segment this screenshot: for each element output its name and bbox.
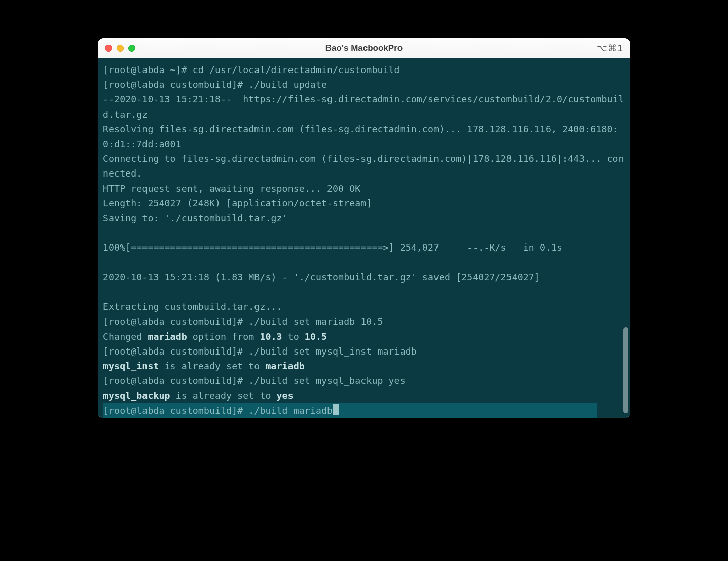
terminal-text: Length: 254027 (248K) [application/octet…: [103, 198, 372, 208]
terminal-text: is already set to: [170, 390, 277, 401]
close-button[interactable]: [105, 45, 112, 52]
terminal-line: HTTP request sent, awaiting response... …: [103, 181, 625, 196]
terminal-line: [root@labda custombuild]# ./build set my…: [103, 373, 625, 388]
terminal-line: [root@labda custombuild]# ./build set ma…: [103, 314, 625, 329]
terminal-line: [103, 285, 625, 299]
terminal-text: Extracting custombuild.tar.gz...: [103, 301, 282, 312]
terminal-text: [root@labda custombuild]# ./build update: [103, 79, 327, 90]
terminal-line: Resolving files-sg.directadmin.com (file…: [103, 122, 625, 151]
terminal-text: [root@labda custombuild]# ./build set ma…: [103, 316, 383, 327]
cursor-icon: [333, 404, 339, 415]
terminal-line: mysql_inst is already set to mariadb: [103, 359, 625, 373]
terminal-text: [root@labda custombuild]# ./build set my…: [103, 346, 417, 357]
terminal-text: Changed: [103, 331, 148, 342]
terminal-text: is already set to: [159, 361, 266, 371]
terminal-line: Saving to: './custombuild.tar.gz': [103, 211, 625, 225]
terminal-line: Extracting custombuild.tar.gz...: [103, 299, 625, 314]
terminal-line: Connecting to files-sg.directadmin.com (…: [103, 151, 625, 181]
terminal-text: [103, 227, 108, 238]
terminal-line: 2020-10-13 15:21:18 (1.83 MB/s) - './cus…: [103, 270, 625, 285]
terminal-text: [root@labda custombuild]# ./build set my…: [103, 375, 406, 386]
terminal-text: --2020-10-13 15:21:18-- https://files-sg…: [103, 94, 624, 119]
terminal-line: [root@labda ~]# cd /usr/local/directadmi…: [103, 62, 625, 77]
terminal-line: [root@labda custombuild]# ./build update: [103, 77, 625, 92]
terminal-line: [root@labda custombuild]# ./build set my…: [103, 344, 625, 359]
terminal-text-bold: mariadb: [148, 331, 187, 342]
maximize-button[interactable]: [128, 45, 135, 52]
terminal-text: option from: [187, 331, 260, 342]
terminal-text: Resolving files-sg.directadmin.com (file…: [103, 124, 618, 149]
terminal-line: [103, 225, 625, 240]
terminal-text: Connecting to files-sg.directadmin.com (…: [103, 153, 624, 179]
terminal-text: 2020-10-13 15:21:18 (1.83 MB/s) - './cus…: [103, 272, 540, 283]
terminal-line: --2020-10-13 15:21:18-- https://files-sg…: [103, 92, 625, 121]
terminal-text-bold: mariadb: [265, 361, 304, 371]
terminal-text-bold: 10.3: [260, 331, 282, 342]
terminal-text-bold: mysql_inst: [103, 361, 159, 371]
terminal-line: 100%[===================================…: [103, 240, 625, 255]
minimize-button[interactable]: [117, 45, 124, 52]
terminal-text: [103, 257, 108, 268]
traffic-lights: [105, 45, 135, 52]
terminal-text-bold: mysql_backup: [103, 390, 170, 401]
terminal-line: Length: 254027 (248K) [application/octet…: [103, 196, 625, 211]
terminal-text: to: [282, 331, 305, 342]
terminal-text: HTTP request sent, awaiting response... …: [103, 183, 360, 194]
terminal-line: Changed mariadb option from 10.3 to 10.5: [103, 329, 625, 344]
terminal-active-line[interactable]: [root@labda custombuild]# ./build mariad…: [103, 403, 597, 418]
terminal-text: Saving to: './custombuild.tar.gz': [103, 213, 288, 223]
terminal-area[interactable]: [root@labda ~]# cd /usr/local/directadmi…: [98, 58, 630, 418]
titlebar: Bao's MacbookPro ⌥⌘1: [98, 38, 630, 58]
window-shortcut-indicator: ⌥⌘1: [597, 43, 623, 54]
window-title: Bao's MacbookPro: [98, 43, 630, 53]
terminal-text-bold: yes: [277, 390, 294, 401]
terminal-text: 100%[===================================…: [103, 242, 562, 253]
terminal-text-bold: 10.5: [305, 331, 327, 342]
terminal-line: [103, 255, 625, 270]
terminal-text: [103, 287, 108, 297]
terminal-text: [root@labda ~]# cd /usr/local/directadmi…: [103, 64, 400, 75]
terminal-line: mysql_backup is already set to yes: [103, 388, 625, 403]
terminal-window: Bao's MacbookPro ⌥⌘1 [root@labda ~]# cd …: [98, 38, 630, 418]
terminal-command-input[interactable]: [root@labda custombuild]# ./build mariad…: [103, 405, 333, 416]
terminal-output[interactable]: [root@labda ~]# cd /usr/local/directadmi…: [98, 58, 630, 418]
scrollbar-thumb[interactable]: [623, 327, 628, 413]
